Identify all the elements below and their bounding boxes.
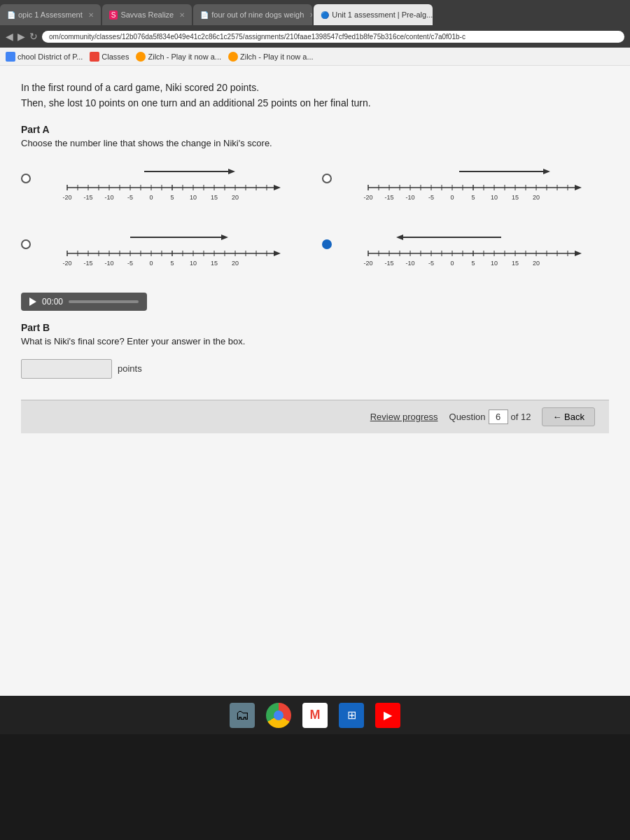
svg-text:-20: -20	[62, 194, 71, 201]
tab-3-icon: 📄	[200, 11, 209, 19]
context-line1: In the first round of a card game, Niki …	[21, 80, 609, 95]
tab-1-label: opic 1 Assessment	[18, 10, 83, 19]
svg-text:5: 5	[471, 260, 475, 267]
option-1-radio[interactable]	[21, 174, 31, 183]
bookmark-school-icon	[6, 52, 15, 62]
refresh-button[interactable]: ↻	[29, 31, 38, 42]
svg-text:20: 20	[232, 260, 239, 267]
play-button-icon	[29, 298, 36, 306]
svg-text:-20: -20	[363, 260, 372, 267]
bookmark-school-label: chool District of P...	[18, 52, 83, 61]
svg-text:15: 15	[512, 194, 519, 201]
bookmark-classes-icon	[90, 52, 99, 62]
option-3-radio[interactable]	[21, 239, 31, 249]
address-text: om/community/classes/12b076da5f834e049e4…	[49, 33, 465, 41]
browser-chrome: 📄 opic 1 Assessment ✕ S Savvas Realize ✕…	[0, 0, 630, 66]
svg-text:-20: -20	[62, 260, 71, 267]
svg-text:-5: -5	[428, 194, 434, 201]
taskbar-gmail-icon[interactable]: M	[302, 703, 328, 728]
tab-4-icon: 🔵	[321, 11, 329, 19]
question-context: In the first round of a card game, Niki …	[21, 80, 609, 111]
option-2-svg: -20 -15 -10 -5 0 5 10 15 20	[337, 161, 609, 210]
bookmarks-bar: chool District of P... Classes Zilch - P…	[0, 48, 630, 66]
question-number-box: 6	[489, 410, 508, 424]
tab-4-label: Unit 1 assessment | Pre-alg...	[332, 10, 433, 19]
taskbar-youtube-icon[interactable]: ▶	[375, 703, 400, 728]
tab-1[interactable]: 📄 opic 1 Assessment ✕	[0, 4, 101, 25]
svg-text:20: 20	[232, 194, 239, 201]
forward-browser-button[interactable]: ▶	[18, 31, 25, 42]
svg-text:-10: -10	[104, 260, 113, 267]
bookmark-zilch2-label: Zilch - Play it now a...	[240, 52, 314, 61]
bookmark-zilch1-label: Zilch - Play it now a...	[148, 52, 221, 61]
svg-text:-5: -5	[127, 194, 133, 201]
video-player[interactable]: 00:00	[21, 293, 147, 311]
answer-input[interactable]	[21, 359, 112, 379]
tab-1-close[interactable]: ✕	[88, 11, 94, 19]
svg-text:0: 0	[450, 260, 454, 267]
option-4-numberline: -20 -15 -10 -5 0 5 10 15 20	[337, 227, 609, 279]
bookmark-zilch1-icon	[136, 52, 146, 62]
bottom-nav: Review progress Question 6 of 12 ← Back	[21, 400, 609, 433]
svg-text:5: 5	[170, 194, 174, 201]
bookmark-zilch1[interactable]: Zilch - Play it now a...	[136, 52, 221, 62]
svg-text:10: 10	[491, 194, 498, 201]
tab-3[interactable]: 📄 four out of nine dogs weigh ✕	[193, 4, 312, 25]
svg-marker-1	[228, 169, 235, 174]
svg-text:-10: -10	[104, 194, 113, 201]
back-button[interactable]: ← Back	[542, 407, 595, 426]
video-progress-bar[interactable]	[69, 300, 139, 303]
question-label: Question	[449, 412, 486, 422]
bookmark-classes[interactable]: Classes	[90, 52, 129, 62]
option-4-radio[interactable]	[322, 239, 332, 249]
svg-text:-10: -10	[405, 260, 414, 267]
svg-text:15: 15	[211, 194, 218, 201]
tab-4[interactable]: 🔵 Unit 1 assessment | Pre-alg... ✕	[314, 4, 433, 25]
svg-text:-15: -15	[83, 260, 92, 267]
of-label: of 12	[511, 412, 531, 422]
answer-input-row: points	[21, 359, 609, 379]
svg-text:15: 15	[512, 260, 519, 267]
content-area: In the first round of a card game, Niki …	[0, 66, 630, 696]
svg-marker-69	[274, 251, 281, 256]
svg-marker-34	[543, 169, 550, 174]
option-2-row: -20 -15 -10 -5 0 5 10 15 20	[322, 161, 609, 213]
part-b-section: Part B What is Niki's final score? Enter…	[21, 322, 609, 379]
address-bar[interactable]: om/community/classes/12b076da5f834e049e4…	[42, 31, 624, 43]
tab-3-close[interactable]: ✕	[309, 11, 312, 19]
svg-text:10: 10	[190, 260, 197, 267]
svg-text:-5: -5	[428, 260, 434, 267]
taskbar-windows-icon[interactable]: ⊞	[339, 703, 364, 728]
option-2-numberline: -20 -15 -10 -5 0 5 10 15 20	[337, 161, 609, 213]
tab-1-icon: 📄	[7, 11, 15, 19]
review-progress-button[interactable]: Review progress	[370, 412, 438, 422]
tab-2[interactable]: S Savvas Realize ✕	[102, 4, 192, 25]
svg-marker-36	[575, 185, 582, 190]
tab-2-label: Savvas Realize	[120, 10, 174, 19]
option-3-row: -20 -15 -10 -5 0 5 10 15 20	[21, 227, 308, 279]
back-browser-button[interactable]: ◀	[6, 31, 13, 42]
part-b-label: Part B	[21, 322, 609, 333]
svg-text:-15: -15	[384, 194, 393, 201]
svg-text:0: 0	[149, 194, 153, 201]
tab-2-close[interactable]: ✕	[179, 11, 185, 19]
taskbar-files-icon[interactable]: 🗂	[230, 703, 255, 728]
option-3-numberline: -20 -15 -10 -5 0 5 10 15 20	[36, 227, 308, 279]
svg-marker-102	[575, 251, 582, 256]
options-grid: -20 -15 -10 -5 0 5 10 15 20	[21, 161, 609, 279]
option-1-svg: -20 -15 -10 -5 0 5 10 15 20	[36, 161, 308, 210]
address-bar-row: ◀ ▶ ↻ om/community/classes/12b076da5f834…	[0, 25, 630, 48]
svg-text:5: 5	[170, 260, 174, 267]
option-2-radio[interactable]	[322, 174, 332, 183]
part-a-instruction: Choose the number line that shows the ch…	[21, 138, 609, 148]
bookmark-school[interactable]: chool District of P...	[6, 52, 83, 62]
context-line2: Then, she lost 10 points on one turn and…	[21, 95, 609, 111]
svg-text:-15: -15	[83, 194, 92, 201]
bookmark-zilch2[interactable]: Zilch - Play it now a...	[228, 52, 314, 62]
svg-text:10: 10	[491, 260, 498, 267]
svg-marker-67	[221, 234, 228, 240]
points-label: points	[118, 363, 142, 374]
svg-text:20: 20	[533, 260, 540, 267]
taskbar-chrome-icon[interactable]	[266, 703, 291, 728]
svg-text:-5: -5	[127, 260, 133, 267]
